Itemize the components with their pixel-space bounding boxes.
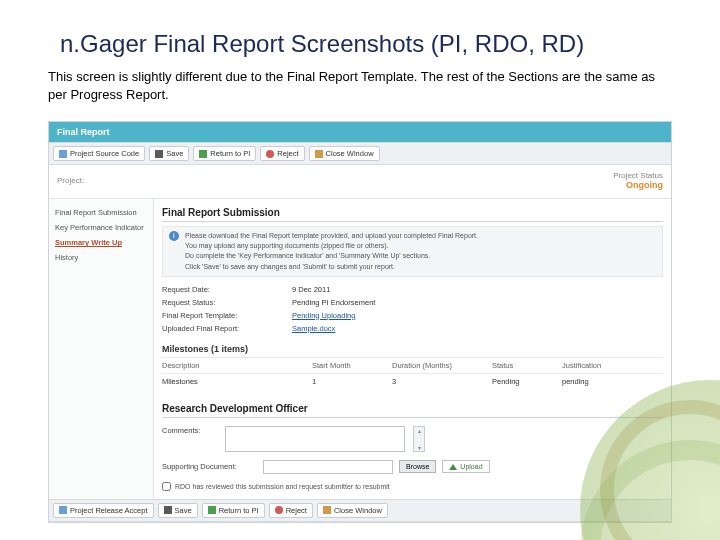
app-window: Final Report Project Source Code Save Re…: [48, 121, 672, 523]
template-label: Final Report Template:: [162, 311, 292, 320]
info-icon: i: [169, 231, 179, 241]
col-duration: Duration (Months): [392, 361, 492, 370]
supporting-label: Supporting Document:: [162, 462, 257, 471]
project-source-button[interactable]: Project Source Code: [53, 146, 145, 161]
reject-icon: [266, 150, 274, 158]
project-release-label: Project Release Accept: [70, 506, 148, 515]
comments-row: Comments: ▴▾: [162, 422, 663, 456]
checkbox-row: RDO has reviewed this submission and req…: [162, 478, 663, 493]
request-status-value: Pending PI Endorsement: [292, 298, 375, 307]
uploaded-link[interactable]: Sample.docx: [292, 324, 335, 333]
return-pi-label: Return to PI: [210, 149, 250, 158]
nav-history[interactable]: History: [55, 250, 147, 265]
comments-label: Comments:: [162, 426, 217, 435]
request-date-value: 9 Dec 2011: [292, 285, 330, 294]
nav-kpi[interactable]: Key Performance Indicator: [55, 220, 147, 235]
col-description: Description: [162, 361, 312, 370]
return-pi-button-2[interactable]: Return to PI: [202, 503, 265, 518]
save-label: Save: [175, 506, 192, 515]
upload-button[interactable]: Upload: [442, 460, 489, 473]
cell-justification: pending: [562, 377, 663, 386]
info-line: You may upload any supporting documents …: [185, 241, 478, 251]
uploaded-value: Sample.docx: [292, 324, 335, 333]
close-icon: [323, 506, 331, 514]
resubmit-checkbox[interactable]: [162, 482, 171, 491]
slide-title: n.Gager Final Report Screenshots (PI, RD…: [0, 0, 720, 64]
close-icon: [315, 150, 323, 158]
cell-status: Pending: [492, 377, 562, 386]
milestones-title: Milestones (1 items): [162, 341, 663, 357]
close-label: Close Window: [326, 149, 374, 158]
close-button-2[interactable]: Close Window: [317, 503, 388, 518]
textarea-scrollbar[interactable]: ▴▾: [413, 426, 425, 452]
upload-icon: [449, 464, 457, 470]
save-label: Save: [166, 149, 183, 158]
col-status: Status: [492, 361, 562, 370]
return-pi-label: Return to PI: [219, 506, 259, 515]
save-button-2[interactable]: Save: [158, 503, 198, 518]
supporting-row: Supporting Document: Browse Upload: [162, 456, 663, 478]
project-icon: [59, 506, 67, 514]
reject-label: Reject: [286, 506, 307, 515]
reject-button[interactable]: Reject: [260, 146, 304, 161]
rdo-section: Research Development Officer Comments: ▴…: [162, 399, 663, 493]
return-icon: [199, 150, 207, 158]
section-title: Final Report Submission: [162, 203, 663, 222]
project-source-label: Project Source Code: [70, 149, 139, 158]
reject-button-2[interactable]: Reject: [269, 503, 313, 518]
left-nav: Final Report Submission Key Performance …: [49, 199, 154, 499]
app-header: Final Report: [49, 122, 671, 142]
cell-start: 1: [312, 377, 392, 386]
table-header-row: Description Start Month Duration (Months…: [162, 357, 663, 373]
return-pi-button[interactable]: Return to PI: [193, 146, 256, 161]
info-notice: i Please download the Final Report templ…: [162, 226, 663, 277]
browse-button[interactable]: Browse: [399, 460, 436, 473]
project-bar: Project: Project Status Ongoing: [49, 165, 671, 199]
close-button[interactable]: Close Window: [309, 146, 380, 161]
info-line: Do complete the 'Key Performance Indicat…: [185, 251, 478, 261]
save-button[interactable]: Save: [149, 146, 189, 161]
toolbar-top: Project Source Code Save Return to PI Re…: [49, 142, 671, 165]
project-status-label: Project Status: [613, 171, 663, 180]
project-status: Project Status Ongoing: [613, 171, 663, 190]
info-text: Please download the Final Report templat…: [185, 231, 478, 272]
project-icon: [59, 150, 67, 158]
upload-label: Upload: [460, 463, 482, 470]
table-row: Milestones 1 3 Pending pending: [162, 373, 663, 389]
cell-description: Milestones: [162, 377, 312, 386]
return-icon: [208, 506, 216, 514]
file-input[interactable]: [263, 460, 393, 474]
col-justification: Justification: [562, 361, 663, 370]
nav-summary-writeup[interactable]: Summary Write Up: [55, 235, 147, 250]
main-panel: Final Report Submission i Please downloa…: [154, 199, 671, 499]
col-start: Start Month: [312, 361, 392, 370]
comments-textarea[interactable]: [225, 426, 405, 452]
toolbar-bottom: Project Release Accept Save Return to PI…: [49, 499, 671, 522]
request-date-label: Request Date:: [162, 285, 292, 294]
info-line: Click 'Save' to save any changes and 'Su…: [185, 262, 478, 272]
project-release-button[interactable]: Project Release Accept: [53, 503, 154, 518]
reject-label: Reject: [277, 149, 298, 158]
milestones-table: Milestones (1 items) Description Start M…: [162, 341, 663, 389]
slide-subtitle: This screen is slightly different due to…: [0, 64, 720, 117]
save-icon: [164, 506, 172, 514]
rdo-title: Research Development Officer: [162, 399, 663, 418]
nav-final-report-submission[interactable]: Final Report Submission: [55, 205, 147, 220]
template-value: Pending Uploading: [292, 311, 355, 320]
project-tag: Project:: [57, 176, 84, 185]
save-icon: [155, 150, 163, 158]
checkbox-label: RDO has reviewed this submission and req…: [175, 483, 390, 490]
info-line: Please download the Final Report templat…: [185, 231, 478, 241]
reject-icon: [275, 506, 283, 514]
template-link[interactable]: Pending Uploading: [292, 311, 355, 320]
close-label: Close Window: [334, 506, 382, 515]
cell-duration: 3: [392, 377, 492, 386]
request-status-label: Request Status:: [162, 298, 292, 307]
project-status-value: Ongoing: [613, 180, 663, 190]
uploaded-label: Uploaded Final Report:: [162, 324, 292, 333]
